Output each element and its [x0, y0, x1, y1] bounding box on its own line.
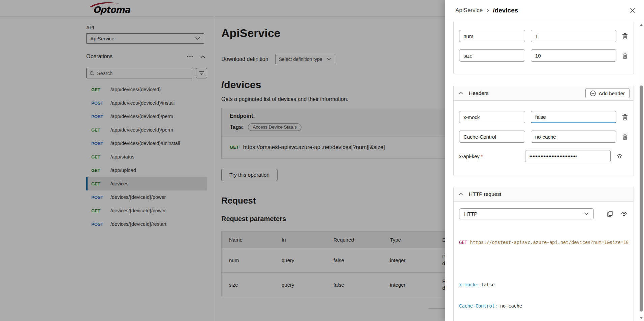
headers-card: Headers Add header x-mock false Cache-Co…	[453, 86, 634, 176]
header-name-input[interactable]: Cache-Control	[459, 131, 525, 143]
header-value-input-focused[interactable]: false	[531, 111, 616, 123]
delete-param-button[interactable]	[621, 32, 629, 40]
delete-param-button[interactable]	[621, 52, 629, 60]
add-header-label: Add header	[599, 91, 625, 96]
scroll-up-icon[interactable]	[640, 24, 643, 26]
code-method: GET	[459, 240, 467, 245]
breadcrumb-operation: /devices	[493, 7, 518, 14]
request-format-select[interactable]: HTTP	[459, 208, 594, 219]
request-format-value: HTTP	[464, 211, 477, 217]
param-name-input[interactable]: size	[459, 49, 525, 62]
header-row: x-mock false	[459, 111, 628, 123]
param-value-input[interactable]: 10	[531, 49, 616, 62]
collapse-section-icon[interactable]	[459, 193, 463, 195]
header-row: Cache-Control no-cache	[459, 131, 628, 143]
api-key-label: x-api-key*	[459, 153, 525, 159]
headers-section-title: Headers	[469, 90, 489, 96]
param-value-input[interactable]: 1	[531, 30, 616, 42]
scroll-down-icon[interactable]	[640, 317, 643, 319]
collapse-section-icon[interactable]	[459, 92, 463, 95]
required-marker: *	[481, 153, 483, 159]
code-header-name: x-mock	[459, 282, 481, 287]
panel-scroll-area: num 1 size 10 Headers Add h	[445, 22, 639, 321]
panel-vertical-scrollbar[interactable]	[639, 22, 644, 321]
headers-section-header: Headers Add header	[454, 86, 634, 101]
query-param-row: size 10	[459, 49, 628, 62]
breadcrumb-api[interactable]: ApiService	[455, 7, 483, 14]
add-icon	[590, 91, 596, 96]
param-name-input[interactable]: num	[459, 30, 525, 42]
trash-icon	[622, 114, 628, 120]
http-request-section-header: HTTP request	[454, 187, 634, 202]
header-value-input[interactable]: no-cache	[531, 131, 616, 143]
query-parameters-card: num 1 size 10	[453, 22, 634, 74]
code-header-line: Cache-Controlno-cache	[459, 302, 628, 310]
code-header-line: x-mockfalse	[459, 281, 628, 288]
close-icon	[630, 8, 635, 13]
api-key-input[interactable]: ••••••••••••••••••••••••••••••	[525, 150, 611, 162]
trash-icon	[622, 52, 628, 59]
code-header-value: no-cache	[500, 303, 522, 309]
close-panel-button[interactable]	[629, 6, 637, 14]
delete-header-button[interactable]	[621, 113, 629, 121]
masked-api-key: ••••••••••••••••••••••••••••••	[529, 154, 577, 158]
trash-icon	[622, 33, 628, 39]
panel-header: ApiService /devices	[445, 0, 644, 21]
code-header-name: Cache-Control	[459, 303, 500, 309]
header-name-input[interactable]: x-mock	[459, 111, 525, 123]
vertical-scroll-thumb[interactable]	[640, 85, 643, 312]
trash-icon	[622, 134, 628, 140]
code-header-value: false	[481, 282, 495, 287]
try-operation-panel: ApiService /devices num 1 size 10	[445, 0, 644, 321]
http-request-section-title: HTTP request	[469, 191, 501, 197]
http-request-code: GET https://omstest-apisvc.azure-api.net…	[459, 225, 628, 321]
query-param-row: num 1	[459, 30, 628, 42]
breadcrumb-separator-icon	[486, 8, 489, 12]
delete-header-button[interactable]	[621, 133, 629, 141]
api-key-header-row: x-api-key* •••••••••••••••••••••••••••••…	[459, 150, 628, 162]
request-line: GET https://omstest-apisvc.azure-api.net…	[459, 239, 628, 246]
code-url: https://omstest-apisvc.azure-api.net/dev…	[470, 240, 628, 245]
reveal-icon[interactable]	[621, 211, 627, 216]
add-header-button[interactable]: Add header	[585, 88, 630, 98]
http-request-card: HTTP request HTTP GET https://omstest-ap…	[453, 187, 634, 321]
reveal-api-key-button[interactable]	[616, 153, 623, 159]
copy-icon[interactable]	[607, 211, 613, 217]
reveal-icon	[616, 154, 623, 159]
api-key-label-text: x-api-key	[459, 153, 480, 159]
chevron-down-icon	[584, 212, 589, 215]
